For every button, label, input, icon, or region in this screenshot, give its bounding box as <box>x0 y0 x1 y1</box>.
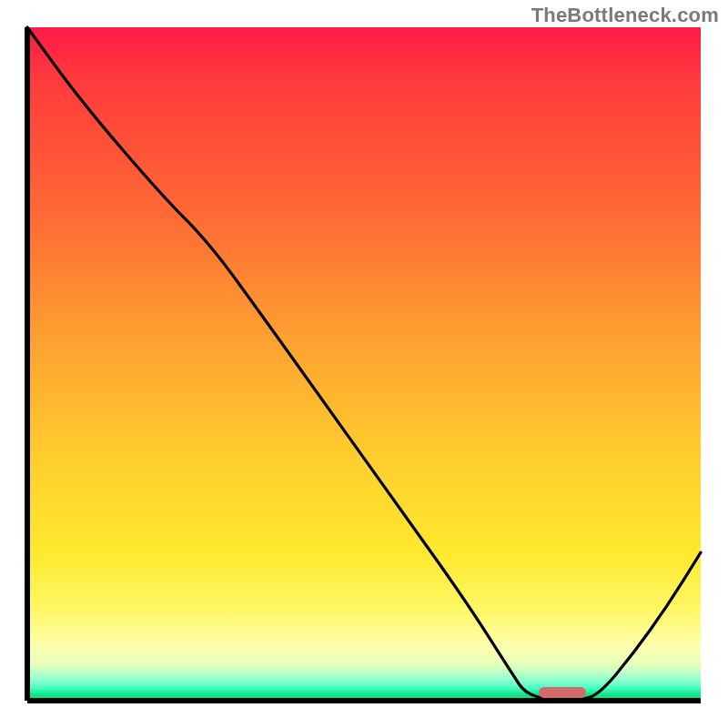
curve-svg <box>27 27 701 701</box>
selected-range-marker <box>539 687 586 698</box>
chart-container: TheBottleneck.com <box>0 0 728 728</box>
watermark-text: TheBottleneck.com <box>531 4 719 27</box>
bottleneck-curve <box>27 27 701 701</box>
plot-area <box>27 27 701 701</box>
